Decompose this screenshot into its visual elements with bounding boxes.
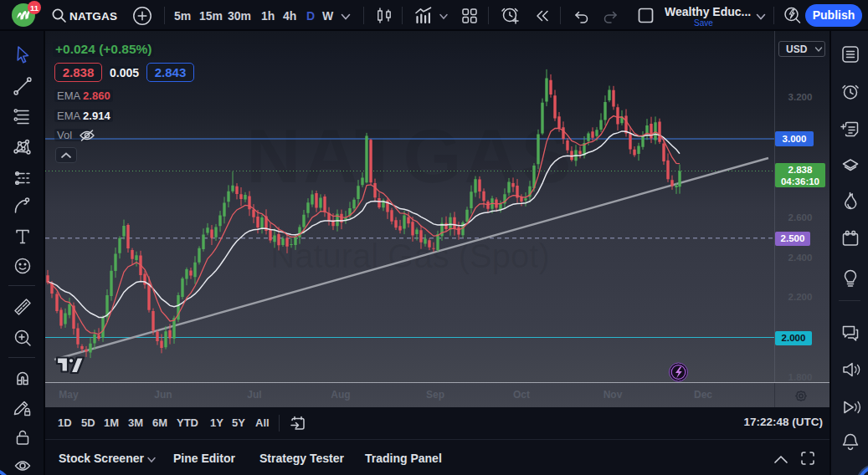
svg-text:Natural Gas (Spot): Natural Gas (Spot) [270, 238, 549, 274]
svg-text:NATGAS: NATGAS [246, 115, 573, 198]
svg-text:11: 11 [30, 3, 39, 13]
